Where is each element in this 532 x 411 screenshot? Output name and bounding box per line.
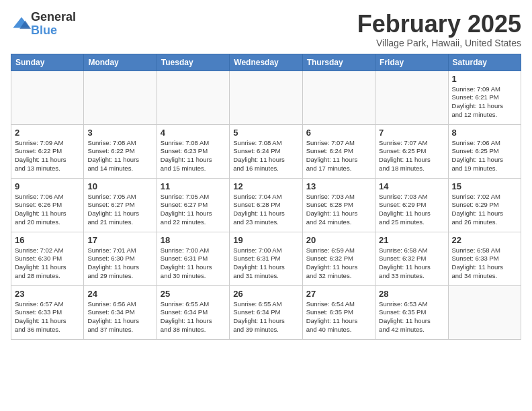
day-info: Sunrise: 7:00 AM Sunset: 6:31 PM Dayligh… [233,246,298,281]
week-row-4: 23Sunrise: 6:57 AM Sunset: 6:33 PM Dayli… [11,285,521,339]
day-cell-3-1: 17Sunrise: 7:01 AM Sunset: 6:30 PM Dayli… [84,232,157,285]
day-cell-2-6: 15Sunrise: 7:02 AM Sunset: 6:29 PM Dayli… [448,178,521,232]
day-info: Sunrise: 6:54 AM Sunset: 6:35 PM Dayligh… [306,300,371,334]
header: General Blue February 2025 Village Park,… [11,11,521,48]
day-cell-3-5: 21Sunrise: 6:58 AM Sunset: 6:32 PM Dayli… [375,232,448,285]
day-info: Sunrise: 6:55 AM Sunset: 6:34 PM Dayligh… [233,300,298,334]
day-info: Sunrise: 7:00 AM Sunset: 6:31 PM Dayligh… [161,246,226,281]
day-cell-4-5: 28Sunrise: 6:53 AM Sunset: 6:35 PM Dayli… [375,285,448,339]
day-info: Sunrise: 7:06 AM Sunset: 6:26 PM Dayligh… [15,193,80,227]
day-cell-3-4: 20Sunrise: 6:59 AM Sunset: 6:32 PM Dayli… [302,232,375,285]
day-number: 2 [15,128,80,138]
day-cell-0-2 [157,71,229,124]
day-cell-2-5: 14Sunrise: 7:03 AM Sunset: 6:29 PM Dayli… [375,178,448,232]
day-number: 24 [87,289,152,299]
day-cell-1-6: 8Sunrise: 7:06 AM Sunset: 6:25 PM Daylig… [448,124,521,178]
day-cell-0-1 [84,71,157,124]
week-row-0: 1Sunrise: 7:09 AM Sunset: 6:21 PM Daylig… [11,71,521,124]
day-number: 4 [161,128,226,138]
day-number: 12 [233,181,298,191]
day-info: Sunrise: 7:09 AM Sunset: 6:21 PM Dayligh… [452,85,517,120]
col-saturday: Saturday [448,54,521,71]
day-info: Sunrise: 6:58 AM Sunset: 6:33 PM Dayligh… [452,246,517,281]
day-cell-2-1: 10Sunrise: 7:05 AM Sunset: 6:27 PM Dayli… [84,178,157,232]
day-cell-1-4: 6Sunrise: 7:07 AM Sunset: 6:24 PM Daylig… [302,124,375,178]
day-cell-4-6 [448,285,521,339]
day-cell-0-0 [11,71,84,124]
day-number: 1 [452,74,517,84]
calendar-header: Sunday Monday Tuesday Wednesday Thursday… [11,54,521,71]
day-number: 25 [161,289,226,299]
calendar-body: 1Sunrise: 7:09 AM Sunset: 6:21 PM Daylig… [11,71,521,339]
day-cell-0-6: 1Sunrise: 7:09 AM Sunset: 6:21 PM Daylig… [448,71,521,124]
page: General Blue February 2025 Village Park,… [0,0,532,345]
day-number: 22 [452,235,517,245]
day-number: 15 [452,181,517,191]
day-number: 9 [15,181,80,191]
day-info: Sunrise: 7:02 AM Sunset: 6:29 PM Dayligh… [452,193,517,227]
logo-general-label: General [31,11,76,24]
logo: General Blue [11,11,76,38]
day-number: 18 [161,235,226,245]
calendar-table: Sunday Monday Tuesday Wednesday Thursday… [11,54,521,340]
day-info: Sunrise: 7:04 AM Sunset: 6:28 PM Dayligh… [233,193,298,227]
logo-blue-label: Blue [31,24,76,38]
day-cell-3-6: 22Sunrise: 6:58 AM Sunset: 6:33 PM Dayli… [448,232,521,285]
day-cell-3-0: 16Sunrise: 7:02 AM Sunset: 6:30 PM Dayli… [11,232,84,285]
day-info: Sunrise: 7:09 AM Sunset: 6:22 PM Dayligh… [15,139,80,173]
day-cell-3-2: 18Sunrise: 7:00 AM Sunset: 6:31 PM Dayli… [157,232,229,285]
day-cell-1-2: 4Sunrise: 7:08 AM Sunset: 6:23 PM Daylig… [157,124,229,178]
day-number: 26 [233,289,298,299]
title-block: February 2025 Village Park, Hawaii, Unit… [357,11,521,48]
col-thursday: Thursday [302,54,375,71]
day-info: Sunrise: 6:55 AM Sunset: 6:34 PM Dayligh… [161,300,226,334]
day-number: 3 [87,128,152,138]
day-info: Sunrise: 6:53 AM Sunset: 6:35 PM Dayligh… [379,300,444,334]
col-sunday: Sunday [11,54,84,71]
day-cell-1-0: 2Sunrise: 7:09 AM Sunset: 6:22 PM Daylig… [11,124,84,178]
week-row-1: 2Sunrise: 7:09 AM Sunset: 6:22 PM Daylig… [11,124,521,178]
day-cell-4-0: 23Sunrise: 6:57 AM Sunset: 6:33 PM Dayli… [11,285,84,339]
day-info: Sunrise: 7:08 AM Sunset: 6:22 PM Dayligh… [87,139,152,173]
header-row: Sunday Monday Tuesday Wednesday Thursday… [11,54,521,71]
day-info: Sunrise: 7:03 AM Sunset: 6:28 PM Dayligh… [306,193,371,227]
day-number: 14 [379,181,444,191]
day-number: 16 [15,235,80,245]
day-cell-0-4 [302,71,375,124]
day-info: Sunrise: 6:56 AM Sunset: 6:34 PM Dayligh… [87,300,152,334]
day-cell-0-3 [230,71,302,124]
col-friday: Friday [375,54,448,71]
day-number: 19 [233,235,298,245]
logo-icon [12,15,31,34]
day-number: 21 [379,235,444,245]
col-monday: Monday [84,54,157,71]
day-info: Sunrise: 7:03 AM Sunset: 6:29 PM Dayligh… [379,193,444,227]
day-info: Sunrise: 7:07 AM Sunset: 6:24 PM Dayligh… [306,139,371,173]
day-info: Sunrise: 6:57 AM Sunset: 6:33 PM Dayligh… [15,300,80,334]
day-number: 20 [306,235,371,245]
day-cell-4-1: 24Sunrise: 6:56 AM Sunset: 6:34 PM Dayli… [84,285,157,339]
day-cell-2-2: 11Sunrise: 7:05 AM Sunset: 6:27 PM Dayli… [157,178,229,232]
day-cell-1-1: 3Sunrise: 7:08 AM Sunset: 6:22 PM Daylig… [84,124,157,178]
day-cell-3-3: 19Sunrise: 7:00 AM Sunset: 6:31 PM Dayli… [230,232,302,285]
col-tuesday: Tuesday [157,54,229,71]
day-number: 10 [87,181,152,191]
day-cell-2-0: 9Sunrise: 7:06 AM Sunset: 6:26 PM Daylig… [11,178,84,232]
day-cell-4-3: 26Sunrise: 6:55 AM Sunset: 6:34 PM Dayli… [230,285,302,339]
day-number: 6 [306,128,371,138]
week-row-2: 9Sunrise: 7:06 AM Sunset: 6:26 PM Daylig… [11,178,521,232]
logo-text: General Blue [31,11,76,38]
day-cell-2-3: 12Sunrise: 7:04 AM Sunset: 6:28 PM Dayli… [230,178,302,232]
day-number: 23 [15,289,80,299]
location-subtitle: Village Park, Hawaii, United States [357,38,521,48]
day-cell-1-5: 7Sunrise: 7:07 AM Sunset: 6:25 PM Daylig… [375,124,448,178]
day-number: 8 [452,128,517,138]
day-number: 13 [306,181,371,191]
day-info: Sunrise: 7:05 AM Sunset: 6:27 PM Dayligh… [87,193,152,227]
week-row-3: 16Sunrise: 7:02 AM Sunset: 6:30 PM Dayli… [11,232,521,285]
day-cell-4-2: 25Sunrise: 6:55 AM Sunset: 6:34 PM Dayli… [157,285,229,339]
day-number: 17 [87,235,152,245]
day-info: Sunrise: 7:08 AM Sunset: 6:24 PM Dayligh… [233,139,298,173]
day-number: 11 [161,181,226,191]
day-info: Sunrise: 7:08 AM Sunset: 6:23 PM Dayligh… [161,139,226,173]
